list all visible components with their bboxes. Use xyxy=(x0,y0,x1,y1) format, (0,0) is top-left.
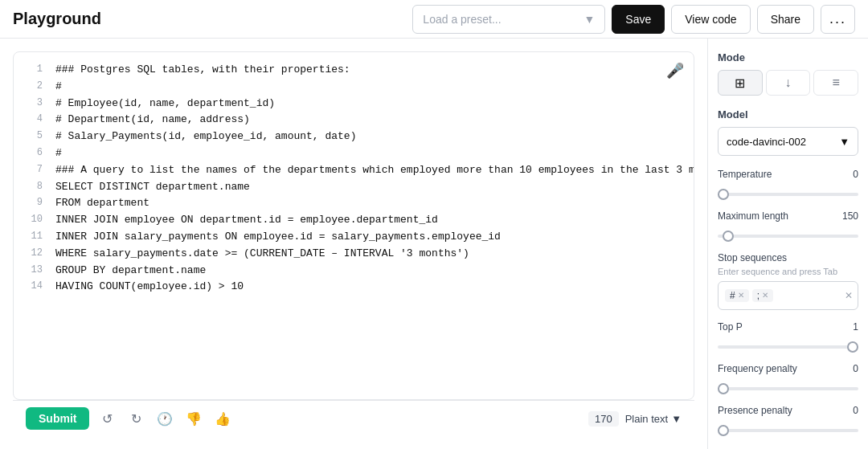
sidebar: Mode ⊞ ↓ ≡ Model code-davinci-002 ▼ Temp… xyxy=(707,39,868,449)
preset-dropdown[interactable]: Load a preset... ▼ xyxy=(412,5,605,34)
stop-sequences-input[interactable]: # ✕ ; ✕ ✕ xyxy=(718,281,858,310)
line-number: 14 xyxy=(23,279,43,294)
microphone-icon[interactable]: 🎤 xyxy=(666,62,684,80)
table-row: 10INNER JOIN employee ON department.id =… xyxy=(14,212,694,229)
table-row: 11INNER JOIN salary_payments ON employee… xyxy=(14,229,694,246)
presence-penalty-slider[interactable] xyxy=(718,429,858,432)
stop-sequences-label: Stop sequences xyxy=(718,252,858,263)
presence-penalty-control: Presence penalty 0 xyxy=(718,405,858,435)
line-code: SELECT DISTINCT department.name xyxy=(55,179,684,196)
thumbs-down-icon[interactable]: 👎 xyxy=(182,407,205,430)
top-p-value: 1 xyxy=(853,321,858,333)
line-code: FROM department xyxy=(55,195,684,212)
mode-label: Mode xyxy=(718,51,858,63)
top-p-control: Top P 1 xyxy=(718,321,858,352)
table-row: 9FROM department xyxy=(14,195,694,212)
top-p-label: Top P xyxy=(718,321,743,333)
line-code: WHERE salary_payments.date >= (CURRENT_D… xyxy=(55,246,684,263)
line-code: # Salary_Payments(id, employee_id, amoun… xyxy=(55,129,684,145)
header: Playground Load a preset... ▼ Save View … xyxy=(0,0,868,39)
frequency-penalty-slider[interactable] xyxy=(718,387,858,390)
header-actions: Save View code Share ... xyxy=(612,5,855,34)
line-number: 8 xyxy=(23,179,43,194)
table-row: 3# Employee(id, name, department_id) xyxy=(14,96,694,112)
table-row: 6# xyxy=(14,145,694,162)
line-number: 2 xyxy=(23,79,43,94)
line-number: 10 xyxy=(23,212,43,227)
token-badge: 170 xyxy=(588,411,619,427)
model-label: Model xyxy=(718,108,858,120)
remove-hash-tag[interactable]: ✕ xyxy=(738,292,744,300)
table-row: 7### A query to list the names of the de… xyxy=(14,162,694,179)
top-p-slider[interactable] xyxy=(718,345,858,349)
table-row: 8SELECT DISTINCT department.name xyxy=(14,179,694,196)
share-button[interactable]: Share xyxy=(757,5,814,34)
mode-edit-button[interactable]: ≡ xyxy=(813,70,858,96)
download-icon: ↓ xyxy=(785,76,792,90)
presence-penalty-value: 0 xyxy=(853,405,858,416)
undo-icon[interactable]: ↺ xyxy=(96,407,118,430)
footer-icons: ↺ ↻ 🕐 👎 👍 xyxy=(96,407,234,430)
thumbs-up-icon[interactable]: 👍 xyxy=(211,407,234,430)
view-code-button[interactable]: View code xyxy=(671,5,750,34)
save-button[interactable]: Save xyxy=(612,5,665,34)
line-number: 5 xyxy=(23,129,43,144)
mode-insert-button[interactable]: ↓ xyxy=(766,70,811,96)
model-dropdown[interactable]: code-davinci-002 ▼ xyxy=(718,127,858,156)
line-code: HAVING COUNT(employee.id) > 10 xyxy=(55,279,684,296)
model-value: code-davinci-002 xyxy=(727,136,806,148)
temperature-slider[interactable] xyxy=(718,193,858,196)
editor-area: 1### Postgres SQL tables, with their pro… xyxy=(0,39,707,449)
line-number: 13 xyxy=(23,263,43,278)
stop-tag-semicolon: ; ✕ xyxy=(752,289,773,302)
temperature-value: 0 xyxy=(853,169,858,180)
max-length-control: Maximum length 150 xyxy=(718,210,858,241)
line-code: # xyxy=(55,145,684,162)
token-count-area: 170 Plain text ▼ xyxy=(588,411,682,427)
line-code: ### Postgres SQL tables, with their prop… xyxy=(55,62,684,79)
preset-placeholder: Load a preset... xyxy=(423,13,501,26)
line-code: ### A query to list the names of the dep… xyxy=(55,162,694,179)
line-code: INNER JOIN salary_payments ON employee.i… xyxy=(55,229,684,246)
line-code: GROUP BY department.name xyxy=(55,263,684,280)
line-number: 4 xyxy=(23,112,43,127)
history-icon[interactable]: 🕐 xyxy=(154,407,176,430)
line-number: 12 xyxy=(23,246,43,261)
clear-stop-sequences[interactable]: ✕ xyxy=(845,290,853,301)
remove-semicolon-tag[interactable]: ✕ xyxy=(762,292,768,300)
editor-footer: Submit ↺ ↻ 🕐 👎 👍 170 Plain text ▼ xyxy=(13,400,694,436)
plain-text-label: Plain text xyxy=(625,413,668,425)
table-row: 4# Department(id, name, address) xyxy=(14,112,694,129)
page-title: Playground xyxy=(13,10,412,28)
max-length-value: 150 xyxy=(842,210,858,222)
line-code: # Department(id, name, address) xyxy=(55,112,684,129)
temperature-label: Temperature xyxy=(718,169,772,180)
presence-penalty-label: Presence penalty xyxy=(718,405,792,416)
max-length-slider[interactable] xyxy=(718,235,858,238)
line-number: 6 xyxy=(23,145,43,161)
table-row: 13GROUP BY department.name xyxy=(14,263,694,280)
format-select[interactable]: Plain text ▼ xyxy=(625,413,682,425)
table-row: 2# xyxy=(14,79,694,96)
frequency-penalty-label: Frequency penalty xyxy=(718,363,797,374)
table-icon: ⊞ xyxy=(735,76,745,91)
max-length-label: Maximum length xyxy=(718,210,788,222)
frequency-penalty-value: 0 xyxy=(853,363,858,374)
line-number: 3 xyxy=(23,96,43,111)
line-number: 9 xyxy=(23,195,43,210)
temperature-control: Temperature 0 xyxy=(718,169,858,199)
submit-button[interactable]: Submit xyxy=(26,407,89,430)
editor-content[interactable]: 1### Postgres SQL tables, with their pro… xyxy=(14,52,694,399)
chevron-down-icon: ▼ xyxy=(839,136,850,148)
redo-icon[interactable]: ↻ xyxy=(125,407,147,430)
line-code: # xyxy=(55,79,684,96)
edit-icon: ≡ xyxy=(833,76,840,90)
line-code: INNER JOIN employee ON department.id = e… xyxy=(55,212,684,229)
more-button[interactable]: ... xyxy=(821,5,855,34)
stop-sequences-hint: Enter sequence and press Tab xyxy=(718,267,858,276)
table-row: 1### Postgres SQL tables, with their pro… xyxy=(14,62,694,79)
line-number: 11 xyxy=(23,229,43,244)
editor-container[interactable]: 1### Postgres SQL tables, with their pro… xyxy=(13,51,694,400)
table-row: 14HAVING COUNT(employee.id) > 10 xyxy=(14,279,694,296)
mode-complete-button[interactable]: ⊞ xyxy=(718,70,763,96)
